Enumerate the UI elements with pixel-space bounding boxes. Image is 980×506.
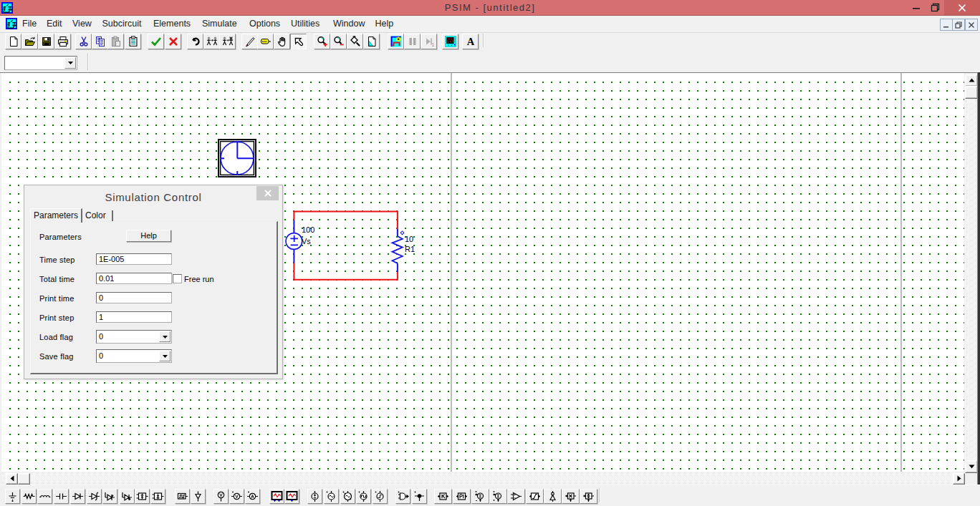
combo-dropdown-button[interactable]	[64, 57, 76, 69]
ac-source-3ph-element-button[interactable]	[340, 489, 355, 504]
scroll-left-button[interactable]	[6, 473, 18, 485]
thyristor-element-button[interactable]	[102, 489, 117, 504]
zoom-area-button[interactable]	[347, 34, 363, 49]
zener-element-button[interactable]	[87, 489, 102, 504]
menu-subcircuit[interactable]: Subcircuit	[102, 16, 142, 32]
save-flag-dropdown-button[interactable]	[159, 351, 170, 361]
menu-help[interactable]: Help	[375, 16, 394, 32]
inductor-element-button[interactable]	[37, 489, 52, 504]
menu-elements[interactable]: Elements	[153, 16, 191, 32]
open-button[interactable]	[21, 34, 38, 49]
menu-utilities[interactable]: Utilities	[291, 16, 320, 32]
undo-button[interactable]	[187, 34, 203, 49]
summer-plus-element-button[interactable]	[489, 489, 507, 504]
sensor-element-button[interactable]	[544, 489, 562, 504]
menu-window[interactable]: Window	[333, 16, 365, 32]
horizontal-scrollbar[interactable]	[2, 472, 964, 484]
menu-edit[interactable]: Edit	[47, 16, 62, 32]
dialog-close-button[interactable]	[256, 186, 279, 200]
multiplier-element-button[interactable]	[562, 489, 580, 504]
step-simulation-button[interactable]: 1	[421, 34, 437, 49]
document-icon[interactable]	[6, 18, 17, 32]
total-time-input[interactable]: 0.01	[96, 273, 172, 284]
horizontal-scroll-thumb[interactable]	[18, 473, 30, 485]
help-button[interactable]: Help	[126, 230, 171, 242]
tab-parameters[interactable]: Parameters	[30, 208, 82, 223]
zoom-out-button[interactable]	[330, 34, 347, 49]
gain-block-element-button[interactable]	[434, 489, 452, 504]
menu-view[interactable]: View	[72, 16, 92, 32]
cancel-button[interactable]	[165, 34, 181, 49]
scope-2ch-element-button[interactable]	[269, 489, 284, 504]
disconnect-nodes-button[interactable]	[219, 34, 236, 49]
resistor-element-button[interactable]	[21, 489, 37, 504]
arrow-up-icon	[969, 78, 975, 82]
pan-hand-button[interactable]	[274, 34, 290, 49]
node-stub-element-button[interactable]	[412, 489, 427, 504]
summer-minus-element-button[interactable]	[471, 489, 489, 504]
save-button[interactable]	[38, 34, 54, 49]
copy-button[interactable]	[92, 34, 108, 49]
run-simview-button[interactable]	[442, 34, 458, 49]
ground-element-button[interactable]	[5, 489, 20, 504]
square-source-element-button[interactable]	[356, 489, 371, 504]
voltmeter-element-button[interactable]	[229, 489, 244, 504]
text-button[interactable]: A	[462, 34, 479, 49]
mdi-minimize-button[interactable]	[940, 19, 953, 31]
zoom-in-button[interactable]	[314, 34, 330, 49]
load-flag-combo[interactable]: 0	[96, 330, 172, 344]
label-button[interactable]	[257, 34, 274, 49]
new-button[interactable]	[5, 34, 21, 49]
free-run-checkbox[interactable]	[173, 274, 182, 283]
pi-block-element-button[interactable]	[453, 489, 471, 504]
menu-file[interactable]: File	[22, 16, 37, 32]
ac-source-element-button[interactable]	[324, 489, 339, 504]
scroll-down-button[interactable]	[965, 460, 978, 473]
load-flag-dropdown-button[interactable]	[159, 331, 170, 342]
save-flag-combo[interactable]: 0	[96, 349, 172, 363]
cut-button[interactable]	[75, 34, 92, 49]
select-cursor-button[interactable]	[290, 34, 307, 49]
close-button[interactable]	[944, 0, 980, 15]
divider-element-button[interactable]	[580, 489, 597, 504]
level-probe-element-button[interactable]	[191, 489, 206, 504]
transistor-igbt-element-button[interactable]	[135, 489, 150, 504]
capacitor-element-button[interactable]	[54, 489, 69, 504]
scroll-right-button[interactable]	[953, 473, 965, 485]
voltage-probe-element-button[interactable]	[213, 489, 229, 504]
thyristor-gto-element-button[interactable]	[120, 489, 135, 504]
connect-nodes-button[interactable]	[203, 34, 220, 49]
maximize-button[interactable]	[926, 0, 944, 15]
scroll-up-button[interactable]	[965, 74, 978, 87]
gating-source-element-button[interactable]	[395, 489, 410, 504]
menu-simulate[interactable]: Simulate	[202, 16, 237, 32]
print-step-input[interactable]: 1	[96, 311, 172, 323]
time-step-input[interactable]: 1E-005	[96, 253, 172, 265]
pause-simulation-button[interactable]	[404, 34, 421, 49]
paste-button[interactable]	[107, 34, 124, 49]
zoom-combo-box[interactable]	[4, 56, 77, 70]
draw-wire-button[interactable]	[241, 34, 258, 49]
mdi-restore-button[interactable]	[952, 19, 965, 31]
scope-1ch-element-button[interactable]	[284, 489, 299, 504]
tab-color[interactable]: Color	[82, 210, 113, 222]
dc-source-element-button[interactable]	[307, 489, 322, 504]
vertical-scrollbar[interactable]	[965, 74, 976, 472]
fit-page-button[interactable]	[363, 34, 380, 49]
limiter-element-button[interactable]	[526, 489, 544, 504]
mdi-close-button[interactable]	[965, 19, 978, 31]
vertical-scroll-thumb[interactable]	[965, 86, 978, 99]
ammeter-element-button[interactable]	[245, 489, 260, 504]
run-simulation-button[interactable]	[388, 34, 404, 49]
print-time-input[interactable]: 0	[96, 292, 172, 303]
print-button[interactable]	[54, 34, 71, 49]
step-source-element-button[interactable]	[373, 489, 388, 504]
gating-block-element-button[interactable]	[175, 489, 190, 504]
menu-options[interactable]: Options	[249, 16, 280, 32]
comparator-element-button[interactable]	[507, 489, 525, 504]
diode-element-button[interactable]	[70, 489, 85, 504]
minimize-button[interactable]	[907, 0, 926, 15]
netlist-button[interactable]	[125, 34, 141, 49]
transistor-mosfet-element-button[interactable]	[150, 489, 165, 504]
check-button[interactable]	[148, 34, 164, 49]
